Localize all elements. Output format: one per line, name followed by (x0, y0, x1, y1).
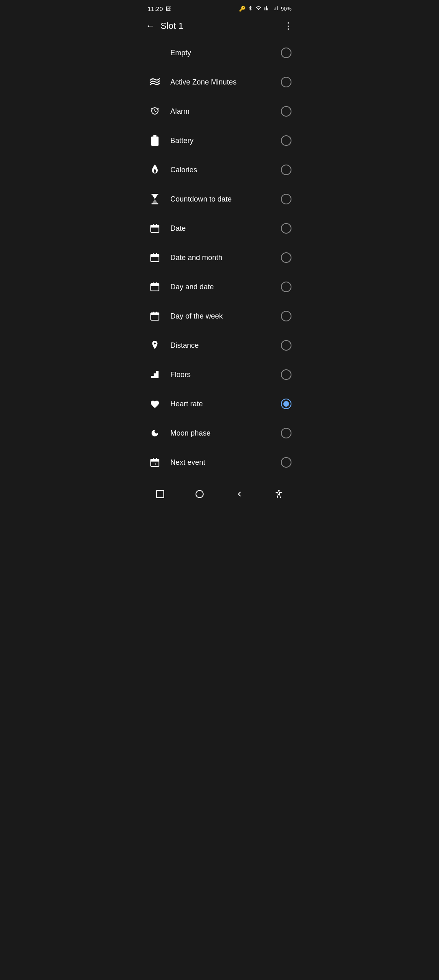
waves-icon (148, 78, 162, 87)
top-bar: ← Slot 1 ⋮ (140, 15, 299, 37)
item-label-empty: Empty (148, 49, 281, 57)
list-item-day-date[interactable]: Day and date (140, 272, 299, 301)
svg-rect-0 (153, 135, 156, 137)
nav-bar (140, 482, 299, 508)
svg-rect-11 (151, 254, 159, 257)
stairs-icon (148, 370, 162, 379)
svg-point-30 (196, 490, 203, 498)
list-item-battery[interactable]: Battery (140, 126, 299, 155)
svg-rect-29 (156, 490, 164, 498)
svg-rect-16 (151, 284, 159, 286)
svg-rect-21 (151, 313, 159, 315)
status-icons: 🔑 90% (239, 5, 291, 12)
item-label-battery: Battery (162, 137, 281, 145)
radio-active-zone[interactable] (281, 77, 291, 87)
item-label-active-zone: Active Zone Minutes (162, 78, 281, 87)
nav-back-button[interactable] (231, 486, 248, 502)
svg-point-31 (278, 490, 280, 492)
pin-icon (148, 340, 162, 351)
svg-point-28 (155, 464, 156, 465)
page-title: Slot 1 (161, 21, 278, 31)
radio-day-date[interactable] (281, 282, 291, 292)
list-item-heart-rate[interactable]: Heart rate (140, 389, 299, 418)
item-label-alarm: Alarm (162, 107, 281, 116)
svg-rect-1 (151, 137, 159, 146)
battery-percent: 90% (281, 6, 291, 12)
wifi-icon (255, 5, 262, 12)
photo-icon: 🖼 (165, 6, 171, 12)
calendar-icon (148, 253, 162, 262)
radio-date-month[interactable] (281, 252, 291, 263)
bluetooth-icon (248, 5, 253, 12)
radio-moon-phase[interactable] (281, 428, 291, 438)
item-label-next-event: Next event (162, 458, 281, 467)
item-label-floors: Floors (162, 371, 281, 379)
item-label-countdown: Countdown to date (162, 195, 281, 204)
radio-alarm[interactable] (281, 106, 291, 117)
moon-icon (148, 428, 162, 438)
status-bar: 11:20 🖼 🔑 90% (140, 0, 299, 15)
nav-accessibility-button[interactable] (271, 486, 287, 502)
list-item-floors[interactable]: Floors (140, 360, 299, 389)
calendar-icon (148, 223, 162, 233)
radio-heart-rate[interactable] (281, 399, 291, 409)
list-item-moon-phase[interactable]: Moon phase (140, 418, 299, 448)
item-label-distance: Distance (162, 341, 281, 350)
list-item-alarm[interactable]: Alarm (140, 97, 299, 126)
list-item-calories[interactable]: Calories (140, 155, 299, 184)
more-button[interactable]: ⋮ (284, 21, 293, 31)
mobile-signal-icon (272, 5, 279, 12)
hourglass-icon (148, 194, 162, 204)
calendar-icon (148, 311, 162, 321)
item-label-heart-rate: Heart rate (162, 400, 281, 408)
list-item-distance[interactable]: Distance (140, 331, 299, 360)
time-display: 11:20 (148, 5, 163, 12)
item-label-day-week: Day of the week (162, 312, 281, 321)
nav-circle-button[interactable] (191, 486, 208, 502)
item-list: Empty Active Zone Minutes Alarm Battery … (140, 37, 299, 479)
radio-distance[interactable] (281, 340, 291, 351)
status-time: 11:20 🖼 (148, 5, 171, 12)
radio-battery[interactable] (281, 135, 291, 146)
radio-next-event[interactable] (281, 457, 291, 468)
list-item-day-week[interactable]: Day of the week (140, 301, 299, 331)
signal-icon (264, 5, 270, 12)
radio-empty[interactable] (281, 48, 291, 58)
flame-icon (148, 165, 162, 175)
list-item-date[interactable]: Date (140, 214, 299, 243)
svg-rect-25 (151, 459, 159, 462)
list-item-date-month[interactable]: Date and month (140, 243, 299, 272)
item-label-date: Date (162, 224, 281, 233)
radio-calories[interactable] (281, 165, 291, 175)
calendar-clock-icon (148, 457, 162, 467)
calendar-icon (148, 282, 162, 292)
list-item-next-event[interactable]: Next event (140, 448, 299, 477)
radio-date[interactable] (281, 223, 291, 234)
svg-rect-2 (152, 194, 159, 195)
item-label-day-date: Day and date (162, 283, 281, 291)
list-item-countdown[interactable]: Countdown to date (140, 184, 299, 214)
key-icon: 🔑 (239, 6, 246, 12)
item-label-moon-phase: Moon phase (162, 429, 281, 438)
list-item-active-zone[interactable]: Active Zone Minutes (140, 67, 299, 97)
nav-square-button[interactable] (152, 486, 168, 502)
radio-countdown[interactable] (281, 194, 291, 204)
svg-rect-3 (152, 203, 159, 204)
item-label-calories: Calories (162, 166, 281, 174)
radio-floors[interactable] (281, 369, 291, 380)
heart-icon (148, 399, 162, 408)
list-item-empty[interactable]: Empty (140, 38, 299, 67)
alarm-icon (148, 106, 162, 116)
item-label-date-month: Date and month (162, 254, 281, 262)
battery-icon (148, 135, 162, 146)
back-button[interactable]: ← (146, 21, 155, 31)
svg-rect-6 (151, 225, 159, 228)
radio-day-week[interactable] (281, 311, 291, 321)
